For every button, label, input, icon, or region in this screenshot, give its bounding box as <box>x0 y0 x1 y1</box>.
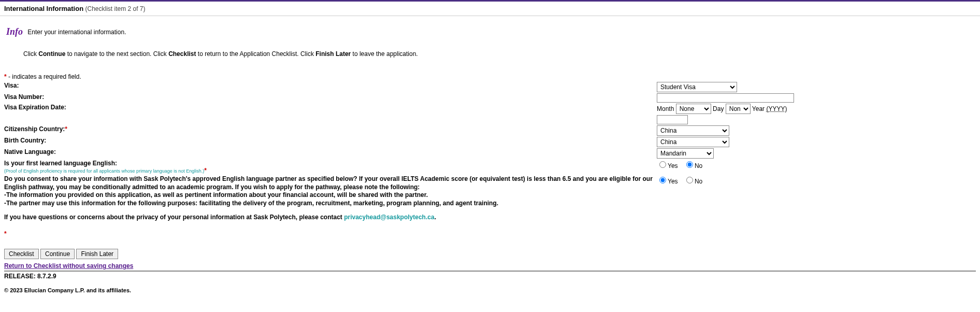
consent-radio-group: Yes No <box>657 175 976 185</box>
visa-select[interactable]: Student Visa <box>657 82 737 92</box>
citizenship-label: Citizenship Country:* <box>4 125 657 136</box>
visa-exp-label: Visa Expiration Date: <box>4 103 657 125</box>
visa-number-input[interactable] <box>657 93 794 103</box>
proof-note: (Proof of English proficiency is require… <box>4 168 204 174</box>
asterisk-icon: * <box>65 125 67 133</box>
day-label: Day <box>713 105 724 112</box>
day-select[interactable]: None <box>726 104 751 114</box>
privacy-email-link[interactable]: privacyhead@saskpolytech.ca <box>344 214 434 221</box>
citizenship-select[interactable]: China <box>657 125 729 136</box>
page-header: International Information (Checklist ite… <box>0 2 980 16</box>
asterisk-icon: * <box>4 230 7 237</box>
visa-number-label: Visa Number: <box>4 93 657 103</box>
return-link-row: Return to Checklist without saving chang… <box>4 262 976 270</box>
first-lang-no-radio[interactable] <box>686 161 693 168</box>
consent-text: Do you consent to share your information… <box>4 175 657 238</box>
visa-label: Visa: <box>4 81 657 93</box>
release-text: RELEASE: 8.7.2.9 <box>4 273 976 280</box>
native-lang-label: Native Language: <box>4 148 657 159</box>
required-note: * - indicates a required field. <box>4 73 976 80</box>
info-icon: Info <box>6 26 23 37</box>
consent-yes-radio[interactable] <box>659 177 666 183</box>
copyright: © 2023 Ellucian Company L.P. and its aff… <box>4 287 976 293</box>
continue-button[interactable]: Continue <box>40 249 75 259</box>
divider <box>4 271 976 272</box>
year-input[interactable] <box>657 115 688 124</box>
return-link[interactable]: Return to Checklist without saving chang… <box>4 262 133 270</box>
instructions: Click Continue to navigate to the next s… <box>23 50 957 58</box>
year-format: (YYYY) <box>766 105 787 112</box>
first-lang-label: Is your first learned language English: … <box>4 159 657 175</box>
info-row: Info Enter your international informatio… <box>6 26 974 37</box>
info-text: Enter your international information. <box>27 29 126 36</box>
checklist-button[interactable]: Checklist <box>4 249 39 259</box>
finish-later-button[interactable]: Finish Later <box>76 249 118 259</box>
asterisk-icon: * <box>204 167 207 174</box>
birth-country-select[interactable]: China <box>657 137 729 147</box>
month-select[interactable]: None <box>676 104 711 114</box>
page-subtitle: (Checklist item 2 of 7) <box>85 5 145 12</box>
birth-label: Birth Country: <box>4 136 657 148</box>
button-row: Checklist Continue Finish Later <box>4 249 976 259</box>
month-label: Month <box>657 105 674 112</box>
native-lang-select[interactable]: Mandarin <box>657 148 714 159</box>
first-lang-radio-group: Yes No <box>657 160 976 169</box>
consent-no-radio[interactable] <box>686 177 693 183</box>
year-label: Year <box>752 105 765 112</box>
page-title: International Information <box>4 5 83 12</box>
first-lang-yes-radio[interactable] <box>659 161 666 168</box>
